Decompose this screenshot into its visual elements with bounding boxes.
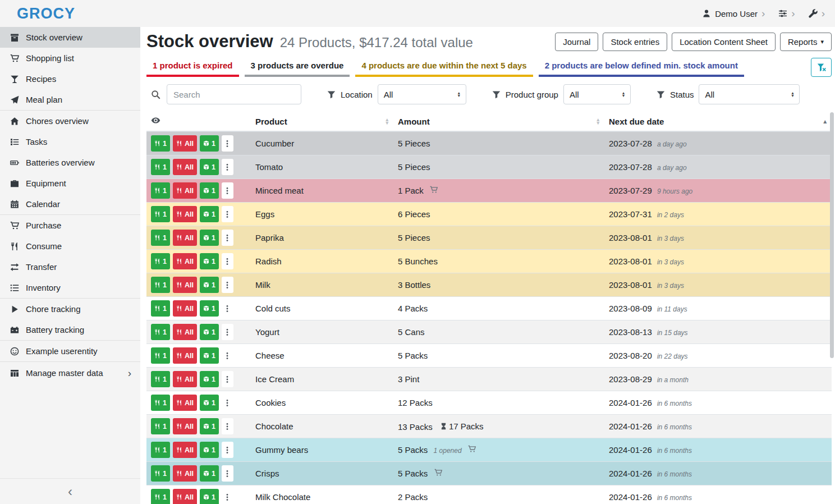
search-input[interactable]	[167, 84, 301, 104]
vertical-scrollbar[interactable]	[830, 112, 834, 358]
sidebar-item[interactable]: Recipes	[0, 68, 140, 89]
consume-all-button[interactable]: All	[173, 442, 197, 458]
consume-all-button[interactable]: All	[173, 418, 197, 434]
open-one-button[interactable]: 1	[200, 253, 219, 269]
consume-all-button[interactable]: All	[173, 465, 197, 482]
row-menu-button[interactable]	[222, 347, 233, 364]
sidebar-item[interactable]: Inventory	[0, 277, 140, 299]
open-one-button[interactable]: 1	[200, 300, 219, 317]
consume-all-button[interactable]: All	[173, 159, 197, 175]
consume-one-button[interactable]: 1	[151, 253, 170, 269]
row-menu-button[interactable]	[222, 277, 233, 293]
open-one-button[interactable]: 1	[200, 442, 219, 458]
consume-one-button[interactable]: 1	[151, 489, 170, 504]
consume-one-button[interactable]: 1	[151, 230, 170, 246]
header-action-button[interactable]: Journal	[555, 33, 598, 51]
sidebar-item[interactable]: Equipment	[0, 173, 140, 194]
sidebar-item[interactable]: Chores overview	[0, 111, 140, 131]
header-action-button[interactable]: Reports ▾	[780, 33, 832, 51]
row-menu-button[interactable]	[222, 324, 233, 340]
row-menu-button[interactable]	[222, 253, 233, 269]
consume-one-button[interactable]: 1	[151, 395, 170, 411]
open-one-button[interactable]: 1	[200, 395, 219, 411]
row-menu-button[interactable]	[222, 182, 233, 199]
consume-one-button[interactable]: 1	[151, 324, 170, 340]
filter-select[interactable]: All ▴▾	[378, 84, 466, 104]
header-action-button[interactable]: Stock entries	[603, 33, 667, 51]
row-menu-button[interactable]	[222, 395, 233, 411]
sidebar-item[interactable]: Shopping list	[0, 48, 140, 68]
consume-one-button[interactable]: 1	[151, 182, 170, 199]
sidebar-item[interactable]: Tasks	[0, 131, 140, 152]
open-one-button[interactable]: 1	[200, 277, 219, 293]
sidebar-item[interactable]: Meal plan	[0, 89, 140, 111]
row-menu-button[interactable]	[222, 442, 233, 458]
consume-all-button[interactable]: All	[173, 230, 197, 246]
open-one-button[interactable]: 1	[200, 182, 219, 199]
row-menu-button[interactable]	[222, 465, 233, 482]
consume-one-button[interactable]: 1	[151, 442, 170, 458]
sidebar-item[interactable]: Purchase	[0, 215, 140, 236]
sidebar-item[interactable]: Manage master data ›	[0, 362, 140, 384]
open-one-button[interactable]: 1	[200, 347, 219, 364]
sidebar-item[interactable]: Stock overview	[0, 27, 140, 48]
eye-icon[interactable]	[151, 116, 160, 125]
filter-select[interactable]: All ▴▾	[699, 84, 800, 104]
consume-one-button[interactable]: 1	[151, 300, 170, 317]
user-menu[interactable]: Demo User ›	[702, 9, 765, 19]
open-one-button[interactable]: 1	[200, 206, 219, 222]
open-one-button[interactable]: 1	[200, 371, 219, 387]
status-filter[interactable]: 1 product is expired	[146, 57, 239, 77]
row-menu-button[interactable]	[222, 418, 233, 434]
open-one-button[interactable]: 1	[200, 489, 219, 504]
consume-one-button[interactable]: 1	[151, 206, 170, 222]
consume-one-button[interactable]: 1	[151, 418, 170, 434]
open-one-button[interactable]: 1	[200, 159, 219, 175]
consume-all-button[interactable]: All	[173, 300, 197, 317]
sidebar-item[interactable]: Consume	[0, 236, 140, 256]
admin-menu[interactable]: ›	[809, 9, 825, 19]
consume-all-button[interactable]: All	[173, 489, 197, 504]
status-filter[interactable]: 3 products are overdue	[245, 57, 350, 77]
open-one-button[interactable]: 1	[200, 135, 219, 152]
consume-all-button[interactable]: All	[173, 206, 197, 222]
sidebar-item[interactable]: Transfer	[0, 256, 140, 277]
open-one-button[interactable]: 1	[200, 324, 219, 340]
consume-one-button[interactable]: 1	[151, 371, 170, 387]
consume-all-button[interactable]: All	[173, 182, 197, 199]
column-header-amount[interactable]: Amount ▴▾	[393, 112, 604, 131]
row-menu-button[interactable]	[222, 371, 233, 387]
consume-one-button[interactable]: 1	[151, 347, 170, 364]
row-menu-button[interactable]	[222, 489, 233, 504]
filter-select[interactable]: All ▴▾	[563, 84, 631, 104]
consume-all-button[interactable]: All	[173, 253, 197, 269]
sidebar-collapse-button[interactable]: ‹	[0, 478, 140, 504]
consume-all-button[interactable]: All	[173, 371, 197, 387]
row-menu-button[interactable]	[222, 206, 233, 222]
row-menu-button[interactable]	[222, 230, 233, 246]
consume-one-button[interactable]: 1	[151, 277, 170, 293]
sidebar-item[interactable]: Batteries overview	[0, 152, 140, 173]
consume-all-button[interactable]: All	[173, 347, 197, 364]
status-filter[interactable]: 4 products are due within the next 5 day…	[355, 57, 533, 77]
consume-one-button[interactable]: 1	[151, 135, 170, 152]
column-header-next-due-date[interactable]: Next due date ▴	[604, 112, 832, 131]
sidebar-item[interactable]: Calendar	[0, 194, 140, 215]
consume-all-button[interactable]: All	[173, 135, 197, 152]
consume-all-button[interactable]: All	[173, 324, 197, 340]
header-action-button[interactable]: Location Content Sheet	[672, 33, 776, 51]
open-one-button[interactable]: 1	[200, 230, 219, 246]
row-menu-button[interactable]	[222, 159, 233, 175]
consume-one-button[interactable]: 1	[151, 465, 170, 482]
settings-menu[interactable]: ›	[778, 9, 795, 19]
column-header-product[interactable]: Product ▴▾	[251, 112, 393, 131]
clear-filters-button[interactable]	[811, 58, 832, 77]
open-one-button[interactable]: 1	[200, 465, 219, 482]
open-one-button[interactable]: 1	[200, 418, 219, 434]
consume-all-button[interactable]: All	[173, 395, 197, 411]
consume-one-button[interactable]: 1	[151, 159, 170, 175]
consume-all-button[interactable]: All	[173, 277, 197, 293]
sidebar-item[interactable]: Battery tracking	[0, 319, 140, 341]
grocy-logo[interactable]: GROCY	[17, 5, 75, 22]
row-menu-button[interactable]	[222, 300, 233, 317]
